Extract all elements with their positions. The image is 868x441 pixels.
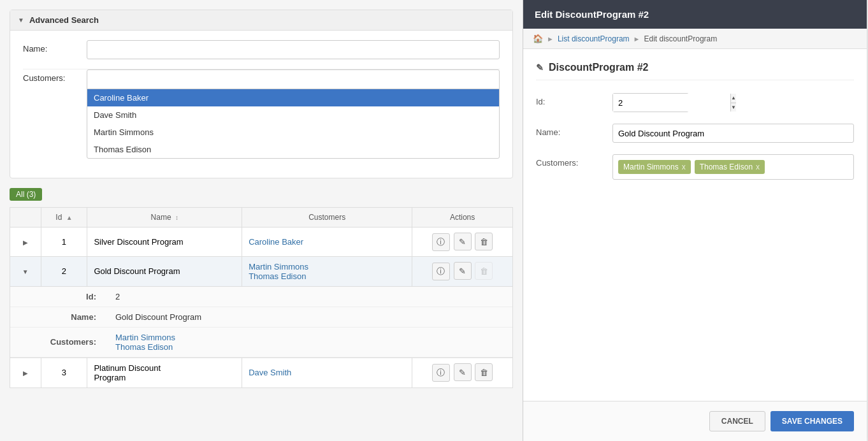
detail-name-label: Name:: [10, 307, 106, 327]
detail-customers-values: Martin Simmons Thomas Edison: [106, 327, 512, 357]
detail-table: Id: 2 Name: Gold Discount Program Custom…: [10, 287, 512, 358]
edit-section-title: ✎ DiscountProgram #2: [536, 62, 854, 80]
customer-tag-martin-label: Martin Simmons: [623, 163, 679, 171]
col-name[interactable]: Name ↕: [87, 208, 242, 228]
data-table: Id ▲ Name ↕ Customers Actions ▶ 1 Silver…: [10, 207, 513, 388]
cancel-button[interactable]: CANCEL: [709, 411, 765, 431]
advanced-search-panel: ▼ Advanced Search Name: Customers: Carol…: [10, 10, 513, 178]
form-customers-label: Customers:: [536, 154, 612, 168]
row2-customers: Martin Simmons Thomas Edison: [242, 256, 412, 286]
detail-customers-label: Customers:: [10, 327, 106, 357]
table-row: ▶ 1 Silver Discount Program Caroline Bak…: [10, 228, 513, 257]
row2-actions: ⓘ ✎ 🗑: [412, 256, 513, 286]
breadcrumb: 🏠 ► List discountProgram ► Edit discount…: [523, 29, 867, 49]
row2-customer-thomas[interactable]: Thomas Edison: [249, 271, 306, 281]
form-name-control: [612, 124, 854, 143]
delete-btn-3[interactable]: 🗑: [475, 363, 493, 381]
detail-customers-row: Customers: Martin Simmons Thomas Edison: [10, 327, 512, 357]
select-empty-area: [87, 70, 499, 89]
row1-name: Silver Discount Program: [87, 228, 242, 257]
edit-section-icon: ✎: [536, 62, 544, 73]
select-option-dave[interactable]: Dave Smith: [87, 106, 499, 124]
col-expand: [10, 208, 41, 228]
breadcrumb-list-link[interactable]: List discountProgram: [558, 34, 630, 43]
row1-customers: Caroline Baker: [242, 228, 412, 257]
edit-btn-2[interactable]: ✎: [454, 262, 472, 280]
row3-customer-dave[interactable]: Dave Smith: [249, 368, 291, 377]
row2-id: 2: [41, 256, 87, 286]
form-name-label: Name:: [536, 124, 612, 137]
delete-btn-1[interactable]: 🗑: [475, 233, 493, 250]
row1-actions: ⓘ ✎ 🗑: [412, 228, 513, 257]
customers-select-box[interactable]: Caroline Baker Dave Smith Martin Simmons…: [87, 69, 500, 159]
row2-customer-martin[interactable]: Martin Simmons: [249, 262, 308, 271]
spinner-down[interactable]: ▼: [731, 103, 736, 112]
detail-name-row: Name: Gold Discount Program: [10, 307, 512, 327]
col-actions: Actions: [412, 208, 513, 228]
row1-customer-link[interactable]: Caroline Baker: [249, 237, 303, 247]
detail-customer-martin[interactable]: Martin Simmons: [115, 333, 175, 342]
id-input[interactable]: [613, 94, 730, 112]
customer-tag-thomas: Thomas Edison x: [695, 160, 765, 174]
breadcrumb-sep-1: ►: [547, 35, 554, 43]
edit-panel: Edit DiscountProgram #2 🏠 ► List discoun…: [523, 0, 867, 441]
customers-tags[interactable]: Martin Simmons x Thomas Edison x: [612, 154, 854, 180]
home-icon[interactable]: 🏠: [533, 34, 543, 43]
table-row: ▼ 2 Gold Discount Program Martin Simmons…: [10, 256, 513, 286]
customers-select-container: Caroline Baker Dave Smith Martin Simmons…: [87, 69, 500, 159]
detail-id-label: Id:: [10, 287, 106, 307]
edit-footer: CANCEL SAVE CHANGES: [523, 401, 867, 441]
select-option-martin[interactable]: Martin Simmons: [87, 124, 499, 141]
edit-header: Edit DiscountProgram #2: [523, 0, 867, 29]
edit-btn-1[interactable]: ✎: [454, 233, 472, 250]
form-row-id: Id: ▲ ▼: [536, 93, 854, 112]
form-row-name: Name:: [536, 124, 854, 143]
edit-body: ✎ DiscountProgram #2 Id: ▲ ▼ Name:: [523, 49, 867, 401]
row3-customers: Dave Smith: [242, 358, 412, 387]
toggle-icon[interactable]: ▼: [18, 17, 24, 24]
row1-id: 1: [41, 228, 87, 257]
advanced-search-header: ▼ Advanced Search: [10, 10, 512, 31]
name-search-row: Name:: [23, 40, 500, 59]
row3-id: 3: [41, 358, 87, 387]
customers-search-row: Customers: Caroline Baker Dave Smith Mar…: [23, 69, 500, 159]
save-button[interactable]: SAVE CHANGES: [770, 411, 854, 431]
info-btn-1[interactable]: ⓘ: [432, 233, 450, 251]
search-body: Name: Customers: Caroline Baker Dave Smi…: [10, 31, 512, 178]
expand-btn-1[interactable]: ▶: [23, 239, 28, 246]
edit-section-label: DiscountProgram #2: [549, 62, 648, 73]
expanded-detail-cell: Id: 2 Name: Gold Discount Program Custom…: [10, 286, 513, 358]
row2-name: Gold Discount Program: [87, 256, 242, 286]
form-id-label: Id:: [536, 93, 612, 106]
advanced-search-title: Advanced Search: [29, 15, 99, 25]
breadcrumb-current: Edit discountProgram: [644, 34, 718, 43]
expand-btn-3[interactable]: ▶: [23, 370, 28, 377]
info-btn-3[interactable]: ⓘ: [432, 364, 450, 382]
select-option-thomas[interactable]: Thomas Edison: [87, 141, 499, 158]
all-badge[interactable]: All (3): [10, 188, 42, 201]
id-spinner: ▲ ▼: [612, 93, 689, 112]
customer-tag-thomas-label: Thomas Edison: [700, 163, 753, 171]
detail-customer-thomas[interactable]: Thomas Edison: [115, 342, 173, 352]
customers-label: Customers:: [23, 69, 87, 83]
expand-btn-2[interactable]: ▼: [22, 268, 29, 275]
row3-actions: ⓘ ✎ 🗑: [412, 358, 513, 387]
expanded-detail-row: Id: 2 Name: Gold Discount Program Custom…: [10, 286, 513, 358]
remove-martin-btn[interactable]: x: [682, 163, 686, 171]
spinner-up[interactable]: ▲: [731, 94, 736, 103]
row3-name: Platinum DiscountProgram: [87, 358, 242, 387]
col-customers: Customers: [242, 208, 412, 228]
col-id[interactable]: Id ▲: [41, 208, 87, 228]
info-btn-2[interactable]: ⓘ: [432, 263, 450, 280]
detail-id-row: Id: 2: [10, 287, 512, 307]
form-row-customers: Customers: Martin Simmons x Thomas Ediso…: [536, 154, 854, 180]
form-id-control: ▲ ▼: [612, 93, 854, 112]
detail-name-value: Gold Discount Program: [106, 307, 512, 327]
delete-btn-2[interactable]: 🗑: [475, 262, 493, 280]
edit-btn-3[interactable]: ✎: [454, 363, 472, 381]
select-option-caroline[interactable]: Caroline Baker: [87, 89, 499, 106]
remove-thomas-btn[interactable]: x: [756, 163, 760, 171]
name-field[interactable]: [612, 124, 854, 143]
detail-id-value: 2: [106, 287, 512, 307]
name-input[interactable]: [87, 40, 500, 59]
